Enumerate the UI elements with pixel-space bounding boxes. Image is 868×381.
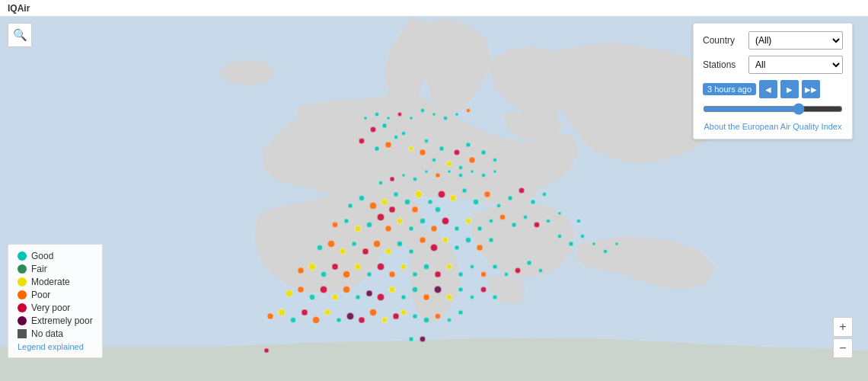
station-dot[interactable] bbox=[435, 207, 441, 213]
station-dot[interactable] bbox=[377, 293, 385, 301]
station-dot[interactable] bbox=[321, 271, 327, 277]
station-dot[interactable] bbox=[493, 295, 498, 300]
station-dot[interactable] bbox=[367, 272, 372, 277]
station-dot[interactable] bbox=[527, 261, 532, 266]
station-dot[interactable] bbox=[489, 238, 494, 243]
station-dot[interactable] bbox=[355, 226, 362, 232]
station-dot[interactable] bbox=[423, 317, 429, 323]
station-dot[interactable] bbox=[603, 249, 608, 254]
station-dot[interactable] bbox=[332, 294, 339, 301]
station-dot[interactable] bbox=[546, 219, 550, 223]
station-dot[interactable] bbox=[393, 313, 400, 320]
station-dot[interactable] bbox=[366, 222, 372, 228]
station-dot[interactable] bbox=[431, 226, 438, 232]
station-dot[interactable] bbox=[436, 173, 441, 178]
station-dot[interactable] bbox=[412, 207, 419, 213]
station-dot[interactable] bbox=[378, 181, 383, 185]
station-dot[interactable] bbox=[558, 212, 562, 216]
station-dot[interactable] bbox=[385, 248, 392, 255]
station-dot[interactable] bbox=[519, 187, 525, 194]
station-dot[interactable] bbox=[412, 287, 418, 293]
station-dot[interactable] bbox=[420, 336, 426, 342]
station-dot[interactable] bbox=[401, 131, 406, 136]
station-dot[interactable] bbox=[454, 149, 460, 155]
station-dot[interactable] bbox=[458, 173, 463, 178]
station-dot[interactable] bbox=[346, 312, 354, 320]
station-dot[interactable] bbox=[435, 271, 442, 278]
station-dot[interactable] bbox=[477, 226, 483, 232]
station-dot[interactable] bbox=[508, 196, 513, 201]
station-dot[interactable] bbox=[410, 117, 413, 120]
station-dot[interactable] bbox=[484, 191, 491, 198]
station-dot[interactable] bbox=[430, 244, 438, 251]
country-select[interactable]: (All)GermanyFranceSpainItalyPoland bbox=[748, 31, 843, 50]
station-dot[interactable] bbox=[359, 195, 365, 201]
station-dot[interactable] bbox=[397, 241, 403, 247]
station-dot[interactable] bbox=[448, 170, 452, 174]
station-dot[interactable] bbox=[442, 217, 449, 225]
station-dot[interactable] bbox=[352, 242, 357, 247]
station-dot[interactable] bbox=[317, 245, 323, 251]
station-dot[interactable] bbox=[308, 263, 316, 271]
station-dot[interactable] bbox=[576, 219, 581, 223]
station-dot[interactable] bbox=[309, 294, 315, 300]
station-dot[interactable] bbox=[423, 294, 430, 301]
station-dot[interactable] bbox=[348, 203, 353, 209]
station-dot[interactable] bbox=[432, 158, 436, 162]
station-dot[interactable] bbox=[290, 317, 296, 323]
station-dot[interactable] bbox=[320, 286, 327, 293]
station-dot[interactable] bbox=[615, 242, 619, 246]
station-dot[interactable] bbox=[473, 199, 479, 205]
station-dot[interactable] bbox=[420, 218, 426, 224]
station-dot[interactable] bbox=[324, 309, 331, 316]
station-dot[interactable] bbox=[439, 146, 445, 152]
station-dot[interactable] bbox=[397, 218, 403, 224]
station-dot[interactable] bbox=[340, 248, 346, 255]
station-dot[interactable] bbox=[420, 149, 426, 156]
station-dot[interactable] bbox=[343, 271, 350, 278]
station-dot[interactable] bbox=[356, 295, 361, 300]
station-dot[interactable] bbox=[278, 309, 286, 316]
time-slider[interactable] bbox=[703, 103, 843, 115]
stations-select[interactable]: AllOfficialUnofficial bbox=[748, 56, 843, 74]
station-dot[interactable] bbox=[481, 173, 486, 178]
station-dot[interactable] bbox=[447, 318, 452, 322]
station-dot[interactable] bbox=[470, 264, 474, 269]
station-dot[interactable] bbox=[373, 240, 381, 248]
station-dot[interactable] bbox=[381, 317, 388, 323]
station-dot[interactable] bbox=[465, 237, 471, 243]
station-dot[interactable] bbox=[409, 146, 414, 152]
station-dot[interactable] bbox=[480, 271, 487, 277]
station-dot[interactable] bbox=[369, 202, 377, 210]
station-dot[interactable] bbox=[420, 237, 426, 244]
station-dot[interactable] bbox=[470, 295, 474, 299]
zoom-in-button[interactable]: + bbox=[833, 317, 853, 337]
station-dot[interactable] bbox=[446, 294, 452, 300]
station-dot[interactable] bbox=[415, 190, 423, 198]
station-dot[interactable] bbox=[450, 195, 457, 202]
station-dot[interactable] bbox=[465, 218, 471, 224]
station-dot[interactable] bbox=[580, 234, 585, 239]
station-dot[interactable] bbox=[477, 245, 483, 251]
station-dot[interactable] bbox=[423, 264, 429, 270]
station-dot[interactable] bbox=[377, 263, 385, 271]
station-dot[interactable] bbox=[387, 117, 391, 120]
search-button[interactable]: 🔍 bbox=[8, 23, 32, 47]
station-dot[interactable] bbox=[531, 200, 536, 205]
station-dot[interactable] bbox=[428, 200, 433, 205]
station-dot[interactable] bbox=[496, 203, 501, 208]
station-dot[interactable] bbox=[569, 242, 574, 247]
station-dot[interactable] bbox=[420, 108, 425, 113]
station-dot[interactable] bbox=[364, 117, 368, 120]
station-dot[interactable] bbox=[394, 192, 399, 197]
station-dot[interactable] bbox=[267, 313, 274, 320]
station-dot[interactable] bbox=[362, 248, 369, 255]
station-dot[interactable] bbox=[455, 226, 460, 232]
station-dot[interactable] bbox=[493, 264, 498, 270]
station-dot[interactable] bbox=[493, 158, 497, 162]
station-dot[interactable] bbox=[481, 150, 487, 155]
station-dot[interactable] bbox=[504, 272, 509, 277]
station-dot[interactable] bbox=[264, 348, 270, 354]
station-dot[interactable] bbox=[400, 264, 407, 270]
zoom-out-button[interactable]: − bbox=[833, 338, 853, 358]
